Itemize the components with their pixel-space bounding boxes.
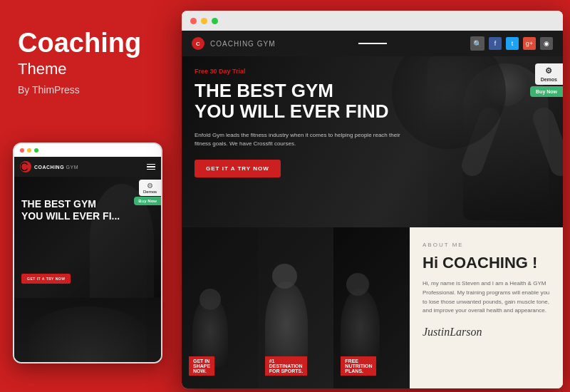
card1-label: GET INSHAPENOW.	[189, 356, 251, 378]
site-nav-right: 🔍 f t g+ ◉	[470, 36, 553, 51]
browser-dot-yellow	[201, 18, 207, 24]
about-signature: JustinLarson	[423, 326, 550, 339]
browser-content: C COACHING GYM 🔍 f t g+ ◉	[182, 31, 563, 388]
card3-person	[341, 289, 380, 367]
site-logo-icon: C	[192, 37, 204, 50]
site-demos-button[interactable]: ⚙ Demos	[535, 63, 563, 85]
mobile-hero-text: THE BEST GYMYOU WILL EVER FI...	[21, 198, 120, 222]
card1-person-head	[200, 289, 221, 310]
mobile-hero: THE BEST GYMYOU WILL EVER FI... GET IT A…	[14, 177, 161, 298]
site-bottom: GET INSHAPENOW. #1DESTINATIONFOR SPORTS.	[182, 227, 563, 388]
card2-person	[265, 282, 308, 367]
hero-cta-button[interactable]: GET IT A TRY NOW	[195, 160, 281, 177]
card3-tag: FREENUTRITIONPLANS.	[341, 356, 376, 376]
theme-by: By ThimPress	[18, 84, 157, 96]
mobile-nav-text: COACHING GYM	[34, 165, 78, 170]
googleplus-icon[interactable]: g+	[523, 37, 536, 50]
theme-title: Coaching	[18, 29, 157, 58]
mobile-hamburger-icon	[147, 164, 155, 170]
hero-description: Enfold Gym leads the fitness industry wh…	[195, 131, 415, 148]
site-nav: C COACHING GYM 🔍 f t g+ ◉	[182, 31, 563, 56]
mobile-nav: C COACHING GYM	[14, 157, 161, 177]
about-title: Hi COACHING !	[423, 254, 550, 272]
mobile-mockup: C COACHING GYM THE BEST GYMYOU WILL EVER…	[13, 143, 162, 363]
more-social-icon[interactable]: ◉	[540, 37, 553, 50]
mobile-demos-button[interactable]: ⚙ Demos	[139, 180, 161, 196]
image-card-2: #1DESTINATIONFOR SPORTS.	[258, 227, 334, 388]
nav-divider	[358, 43, 387, 44]
browser-top-bar	[182, 11, 563, 31]
image-cards: GET INSHAPENOW. #1DESTINATIONFOR SPORTS.	[182, 227, 410, 388]
search-icon[interactable]: 🔍	[470, 36, 484, 51]
browser-dot-green	[212, 18, 218, 24]
about-text: Hi, my name is Steven and I am a Health …	[423, 279, 550, 316]
browser-mockup: C COACHING GYM 🔍 f t g+ ◉	[182, 11, 563, 388]
mobile-dot-red	[20, 148, 24, 153]
mobile-top-bar	[14, 144, 161, 157]
mobile-cta-button[interactable]: GET IT A TRY NOW	[21, 274, 71, 284]
site-hero: Free 30 Day Trial THE BEST GYM YOU WILL …	[182, 56, 563, 227]
browser-dot-red	[190, 18, 197, 24]
site-hero-content: Free 30 Day Trial THE BEST GYM YOU WILL …	[182, 56, 563, 189]
card2-tag: #1DESTINATIONFOR SPORTS.	[265, 356, 307, 376]
card2-label: #1DESTINATIONFOR SPORTS.	[265, 356, 327, 378]
mobile-logo-icon: C	[20, 161, 31, 172]
hero-title: THE BEST GYM YOU WILL EVER FIND	[195, 81, 550, 121]
twitter-icon[interactable]: t	[506, 37, 519, 50]
mobile-dot-yellow	[27, 148, 31, 153]
card1-tag: GET INSHAPENOW.	[189, 356, 214, 376]
left-panel: Coaching Theme By ThimPress C COACHING G…	[0, 0, 175, 392]
mobile-person-lower	[29, 306, 147, 363]
site-nav-left: C COACHING GYM	[192, 37, 275, 50]
theme-subtitle: Theme	[18, 60, 157, 78]
site-buy-button[interactable]: Buy Now	[530, 86, 563, 97]
image-card-3: FREENUTRITIONPLANS.	[333, 227, 410, 388]
mobile-nav-logo: C COACHING GYM	[20, 161, 78, 172]
mobile-buy-button[interactable]: Buy Now	[134, 197, 161, 205]
site-nav-logo: COACHING GYM	[210, 40, 275, 48]
about-panel: ABOUT ME Hi COACHING ! Hi, my name is St…	[410, 227, 563, 388]
trial-badge: Free 30 Day Trial	[195, 68, 550, 75]
image-card-1: GET INSHAPENOW.	[182, 227, 258, 388]
mobile-lower	[14, 298, 161, 363]
facebook-icon[interactable]: f	[489, 37, 502, 50]
mobile-dot-green	[34, 148, 38, 153]
card3-label: FREENUTRITIONPLANS.	[341, 356, 403, 378]
about-tag: ABOUT ME	[423, 242, 550, 248]
card2-person-head	[272, 264, 297, 289]
